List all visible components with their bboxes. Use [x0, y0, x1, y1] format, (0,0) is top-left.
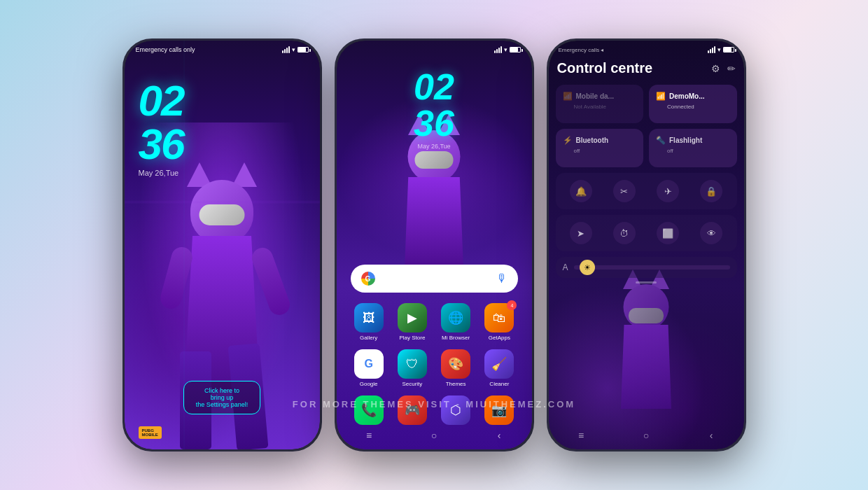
- flashlight-tile[interactable]: 🔦 Flashlight off: [649, 129, 737, 167]
- mobile-data-tile[interactable]: 📶 Mobile da... Not Available: [556, 85, 644, 123]
- phone1-emergency-text: Emergency calls only: [136, 46, 195, 53]
- battery-icon-3: [723, 47, 734, 52]
- brightness-control[interactable]: A ☀: [556, 257, 737, 278]
- camera-icon: 📷: [484, 396, 514, 425]
- location-btn[interactable]: ➤: [570, 222, 592, 244]
- themes-icon: 🎨: [441, 349, 470, 379]
- edit-icon[interactable]: ✏: [727, 63, 736, 74]
- bluetooth-icon: ⚡: [563, 136, 573, 145]
- settings-panel-button[interactable]: Click here tobring upthe Settings panel!: [183, 381, 260, 414]
- timer-btn[interactable]: ⏱: [613, 222, 636, 244]
- mibrowser-label: Mi Browser: [442, 335, 470, 341]
- search-bar[interactable]: G 🎙: [351, 265, 518, 293]
- bluetooth-label: Bluetooth: [576, 136, 609, 144]
- flashlight-icon: 🔦: [656, 136, 666, 145]
- wifi-icon-3: ▾: [718, 46, 721, 53]
- nav-menu[interactable]: ≡: [358, 428, 379, 442]
- phone1-status-icons: ▾: [282, 46, 309, 53]
- phone-1-screen: Emergency calls only ▾: [125, 41, 320, 449]
- app-themes[interactable]: 🎨 Themes: [437, 349, 475, 387]
- signal-bars-3: [708, 46, 715, 53]
- nav-back[interactable]: ‹: [489, 428, 510, 442]
- app-row-1: 🖼 Gallery ▶ Play Store 🌐 Mi Browser: [347, 303, 522, 341]
- dock-apps: 📞 🎮 ⬡ 📷: [347, 396, 522, 425]
- bluetooth-sub: off: [563, 148, 637, 154]
- dock-browser[interactable]: ⬡: [437, 396, 475, 425]
- auto-brightness-label: A: [563, 262, 568, 272]
- playstore-label: Play Store: [399, 335, 425, 341]
- phone3-status-icons: ▾: [708, 46, 734, 53]
- gallery-label: Gallery: [360, 335, 377, 341]
- app-google[interactable]: G Google: [349, 349, 388, 387]
- settings-cog-icon[interactable]: ⚙: [711, 63, 720, 74]
- mobile-data-sub: Not Available: [563, 104, 637, 110]
- phones-container: FOR MORE THEMES VISIT - MIUITHEMEZ.COM: [122, 38, 746, 451]
- phone2-date: May 26,Tue: [414, 143, 454, 150]
- getapps-icon: 🛍 4: [484, 303, 514, 332]
- gallery-icon: 🖼: [354, 303, 384, 332]
- brightness-slider[interactable]: ☀: [574, 265, 730, 270]
- mic-icon[interactable]: 🎙: [496, 272, 507, 285]
- battery-fill-2: [510, 48, 518, 52]
- phone1-time: 02 36 May 26,Tue: [139, 79, 184, 177]
- dock-browser-icon: ⬡: [441, 396, 470, 425]
- settings-button-label: Click here tobring upthe Settings panel!: [196, 387, 248, 408]
- lock-btn[interactable]: 🔒: [700, 180, 722, 202]
- app-playstore[interactable]: ▶ Play Store: [393, 303, 431, 341]
- phone-2-screen: . ▾: [337, 41, 532, 449]
- scroll-indicator: [556, 281, 737, 284]
- battery-fill: [298, 48, 306, 52]
- app-cleaner[interactable]: 🧹 Cleaner: [480, 349, 519, 387]
- flashlight-sub: off: [656, 148, 730, 154]
- wifi-tile-sub: Connected: [656, 104, 730, 110]
- security-icon: 🛡: [398, 349, 427, 379]
- eye-btn[interactable]: 👁: [700, 222, 722, 244]
- google-logo: G: [361, 272, 375, 286]
- phone3-status-bar: Emergency calls ◂ ▾: [549, 46, 744, 53]
- bluetooth-tile[interactable]: ⚡ Bluetooth off: [556, 129, 644, 167]
- quick-icons-row-1: 🔔 ✂ ✈ 🔒: [556, 173, 737, 209]
- mibrowser-icon: 🌐: [441, 303, 470, 332]
- phone-3-screen: Emergency calls ◂ ▾: [549, 41, 744, 449]
- app-mibrowser[interactable]: 🌐 Mi Browser: [437, 303, 475, 341]
- expand-btn[interactable]: ⬜: [657, 222, 679, 244]
- p3-nav-home[interactable]: ○: [636, 428, 657, 442]
- getapps-label: GetApps: [489, 335, 510, 341]
- app-security[interactable]: 🛡 Security: [393, 349, 431, 387]
- notification-btn[interactable]: 🔔: [570, 180, 592, 202]
- playstore-icon: ▶: [398, 303, 427, 332]
- p3-nav-back[interactable]: ‹: [701, 428, 722, 442]
- google-icon: G: [354, 349, 384, 379]
- phone2-background: . ▾: [337, 41, 532, 449]
- navigation-bar: ≡ ○ ‹: [337, 428, 532, 442]
- signal-bars-2: [494, 46, 502, 53]
- security-label: Security: [402, 381, 422, 387]
- control-centre-title: Control centre: [557, 60, 653, 76]
- airplane-btn[interactable]: ✈: [657, 180, 679, 202]
- wifi-tile[interactable]: 📶 DemoMo... Connected: [649, 85, 737, 123]
- phone2-time: 02 36 May 26,Tue: [414, 69, 454, 150]
- phone2-status-icons: ▾: [494, 46, 521, 53]
- mobile-data-label: Mobile da...: [576, 92, 614, 100]
- phone-1-lockscreen: Emergency calls only ▾: [122, 38, 322, 451]
- phone3-emergency-text: Emergency calls ◂: [559, 47, 604, 53]
- dock-phone[interactable]: 📞: [349, 396, 388, 425]
- signal-bars: [282, 46, 290, 53]
- screenshot-btn[interactable]: ✂: [613, 180, 636, 202]
- phone2-status-bar: . ▾: [337, 46, 532, 53]
- brightness-sun-icon: ☀: [580, 260, 595, 275]
- dock-game[interactable]: 🎮: [393, 396, 431, 425]
- phone-2-homescreen: . ▾: [335, 38, 534, 451]
- bt-flash-tiles-row: ⚡ Bluetooth off 🔦 Flashlight off: [556, 129, 737, 167]
- phone1-status-bar: Emergency calls only ▾: [125, 46, 320, 53]
- dock-camera[interactable]: 📷: [480, 396, 519, 425]
- p3-nav-menu[interactable]: ≡: [570, 428, 592, 442]
- flashlight-label: Flashlight: [669, 136, 702, 144]
- app-gallery[interactable]: 🖼 Gallery: [349, 303, 388, 341]
- nav-home[interactable]: ○: [424, 428, 444, 442]
- phone1-hour: 02 36: [139, 79, 184, 166]
- pubg-logo: PUBGMOBILE: [139, 426, 162, 439]
- app-getapps[interactable]: 🛍 4 GetApps: [480, 303, 519, 341]
- phone-3-control: Emergency calls ◂ ▾: [547, 38, 746, 451]
- cleaner-label: Cleaner: [489, 381, 509, 387]
